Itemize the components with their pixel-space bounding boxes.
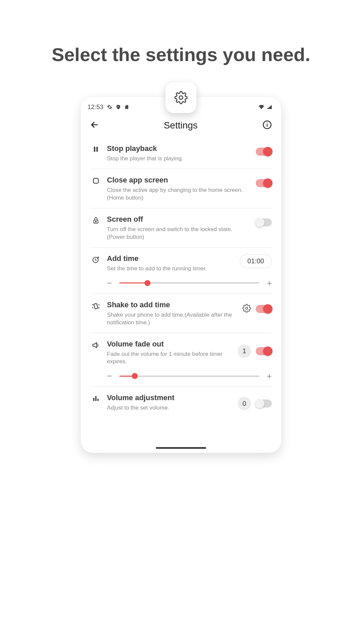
home-indicator[interactable]	[156, 447, 206, 449]
slider-plus[interactable]: +	[267, 279, 272, 287]
svg-rect-14	[94, 303, 98, 309]
svg-rect-17	[93, 398, 95, 401]
svg-rect-18	[95, 396, 97, 401]
svg-point-5	[267, 122, 267, 123]
row-desc: Set the time to add to the running timer…	[107, 265, 236, 273]
row-close-app: Close app screen Close the active app by…	[90, 169, 272, 208]
toggle-stop-playback[interactable]	[256, 148, 272, 156]
row-desc: Shake your phone to add time.(Available …	[107, 311, 237, 327]
row-desc: Fade out the volume for 1 minute before …	[107, 351, 234, 366]
phone-frame: 12:53 Settings	[81, 97, 281, 453]
row-title: Shake to add time	[107, 301, 237, 309]
pause-icon	[93, 146, 99, 153]
toggle-close-app[interactable]	[256, 179, 272, 187]
row-title: Stop playback	[107, 144, 250, 153]
shield-icon	[116, 104, 121, 110]
row-title: Add time	[107, 254, 236, 263]
add-time-slider[interactable]	[119, 282, 259, 283]
app-bar: Settings	[81, 111, 281, 138]
svg-rect-7	[97, 147, 98, 152]
row-desc: Close the active app by changing to the …	[107, 186, 250, 202]
lock-icon	[92, 216, 100, 224]
fade-badge: 1	[238, 344, 251, 358]
row-screen-off: Screen off Turn off the screen and switc…	[90, 208, 272, 248]
shake-icon	[92, 302, 100, 311]
row-title: Screen off	[107, 215, 250, 224]
square-icon	[92, 177, 100, 184]
fade-slider[interactable]	[119, 376, 259, 377]
toggle-vol-adj[interactable]	[256, 399, 272, 408]
back-button[interactable]	[90, 120, 99, 130]
svg-rect-6	[94, 147, 95, 152]
toggle-screen-off[interactable]	[256, 218, 272, 226]
row-fade: Volume fade out Fade out the volume for …	[90, 333, 272, 387]
slider-minus[interactable]: −	[107, 279, 112, 287]
svg-point-0	[179, 96, 183, 100]
row-desc: Turn off the screen and switch to the lo…	[107, 226, 250, 241]
page-headline: Select the settings you need.	[0, 44, 362, 65]
speaker-icon	[92, 341, 100, 349]
sd-icon	[124, 104, 129, 110]
bars-icon	[92, 395, 100, 402]
row-title: Volume adjustment	[107, 393, 232, 402]
svg-marker-16	[93, 342, 97, 348]
gear-small-icon	[107, 104, 112, 110]
row-add-time: Add time Set the time to add to the runn…	[90, 248, 272, 294]
svg-point-15	[246, 307, 248, 309]
info-icon	[262, 120, 272, 129]
slider-plus[interactable]: +	[267, 372, 272, 380]
back-icon	[90, 120, 99, 129]
row-desc: Stop the player that is playing.	[107, 155, 250, 163]
wifi-icon	[258, 105, 264, 109]
status-time: 12:53	[87, 103, 104, 111]
slider-minus[interactable]: −	[107, 372, 112, 380]
gear-icon	[174, 91, 188, 104]
toggle-shake[interactable]	[256, 305, 272, 313]
toggle-fade[interactable]	[256, 347, 272, 355]
gear-badge	[166, 82, 196, 113]
row-vol-adj: Volume adjustment Adjust to the set volu…	[90, 387, 272, 418]
gear-icon	[242, 304, 251, 313]
svg-rect-8	[94, 178, 99, 183]
clock-plus-icon	[92, 256, 100, 264]
row-desc: Adjust to the set volume.	[107, 404, 232, 412]
page-title: Settings	[164, 120, 197, 131]
info-button[interactable]	[262, 120, 272, 131]
row-title: Close app screen	[107, 176, 250, 184]
row-title: Volume fade out	[107, 340, 234, 348]
svg-point-10	[96, 221, 97, 222]
row-shake: Shake to add time Shake your phone to ad…	[90, 294, 272, 333]
add-time-value[interactable]: 01:00	[240, 254, 272, 268]
row-stop-playback: Stop playback Stop the player that is pl…	[90, 138, 272, 169]
signal-icon	[266, 105, 272, 109]
voladj-badge: 0	[238, 397, 251, 410]
svg-rect-19	[98, 399, 99, 401]
shake-settings-button[interactable]	[242, 304, 251, 314]
